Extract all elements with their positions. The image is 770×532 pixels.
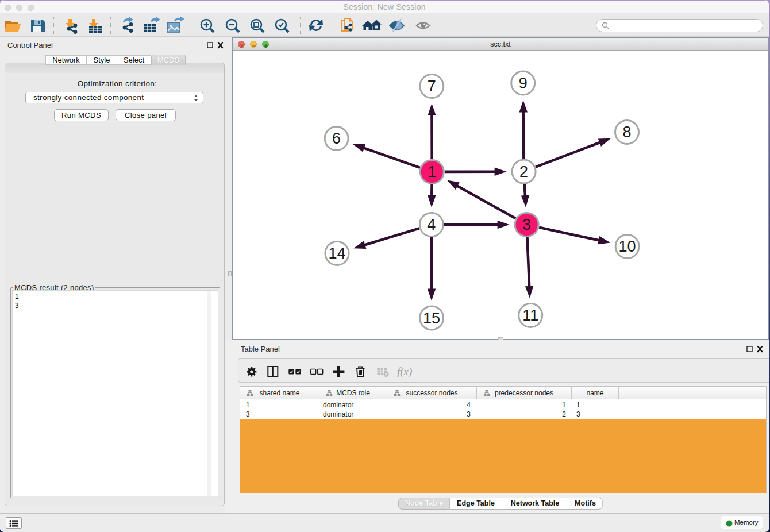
svg-text:11: 11 bbox=[522, 307, 538, 324]
svg-text:f(x): f(x) bbox=[397, 365, 412, 378]
svg-text:8: 8 bbox=[622, 124, 631, 141]
svg-text:3: 3 bbox=[522, 216, 531, 233]
svg-text:2: 2 bbox=[519, 163, 528, 180]
svg-text:10: 10 bbox=[619, 238, 636, 255]
svg-text:6: 6 bbox=[332, 130, 341, 147]
svg-text:7: 7 bbox=[428, 78, 436, 95]
svg-text:9: 9 bbox=[519, 75, 528, 92]
svg-text:4: 4 bbox=[427, 216, 436, 233]
svg-text:1: 1 bbox=[428, 163, 436, 180]
svg-text:15: 15 bbox=[423, 310, 440, 327]
svg-text:14: 14 bbox=[328, 245, 345, 262]
